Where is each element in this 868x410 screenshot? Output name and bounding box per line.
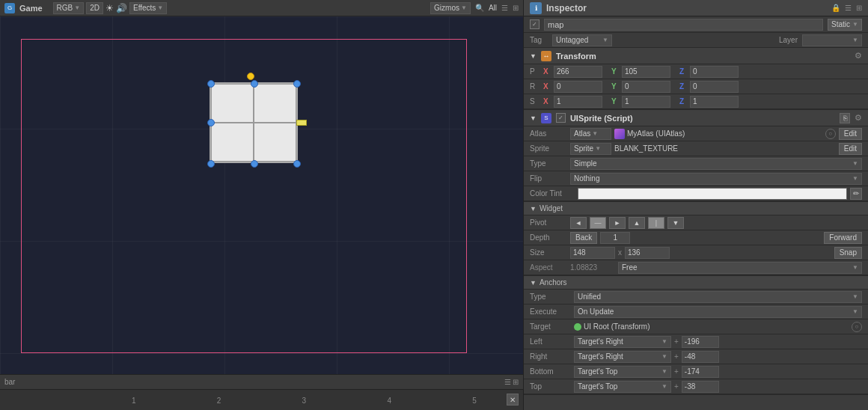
back-btn[interactable]: Back (570, 232, 597, 244)
top-anchor-dropdown[interactable]: Target's Top ▼ (574, 381, 671, 393)
panel-expand-btn[interactable]: ⊞ (856, 4, 862, 12)
scale-z-input[interactable] (690, 96, 739, 108)
sun-icon: ☀ (106, 3, 114, 13)
color-picker-btn[interactable]: ✏ (850, 188, 862, 200)
tag-dropdown[interactable]: Untagged ▼ (552, 34, 612, 46)
bottom-anchor-dropdown[interactable]: Target's Top ▼ (574, 366, 671, 378)
pos-y-input[interactable] (622, 66, 670, 78)
search-icon: 🔍 (475, 4, 484, 12)
ui-sprite-settings-icon[interactable]: ⚙ (855, 113, 862, 123)
effects-dropdown[interactable]: Effects ▼ (129, 2, 167, 14)
pivot-down-btn[interactable]: ▼ (667, 217, 684, 229)
handle-tl[interactable] (207, 80, 215, 88)
object-active-checkbox[interactable]: ✓ (530, 19, 540, 29)
atlas-label: Atlas (530, 129, 567, 138)
left-offset-input[interactable] (682, 336, 719, 348)
pos-z-input[interactable] (690, 66, 739, 78)
handle-ml[interactable] (207, 119, 215, 126)
transform-header[interactable]: ▼ ↔ Transform ⚙ (524, 48, 868, 64)
pivot-left-btn[interactable]: ◄ (570, 217, 587, 229)
pivot-right-btn[interactable]: ► (609, 217, 626, 229)
pivot-center-btn[interactable]: — (590, 217, 606, 229)
ui-sprite-copy-icon[interactable]: ⎘ (840, 113, 850, 123)
position-row: P X Y Z (524, 64, 868, 79)
handle-bl[interactable] (207, 160, 215, 168)
top-row: Top Target's Top ▼ + (524, 379, 868, 394)
scale-x-input[interactable] (554, 96, 602, 108)
pivot-up-btn[interactable]: ▲ (629, 217, 645, 229)
rgb-dropdown[interactable]: RGB ▼ (53, 2, 85, 14)
atlas-edit-btn[interactable]: Edit (839, 128, 862, 140)
aspect-dropdown[interactable]: Free ▼ (618, 262, 862, 274)
object-name-input[interactable]: map (544, 19, 823, 31)
close-icon[interactable]: ✕ (507, 394, 519, 406)
top-offset-input[interactable] (682, 381, 719, 393)
atlas-row: Atlas Atlas ▼ MyAtlas (UIAtlas) ○ Edit (524, 126, 868, 141)
execute-label: Execute (530, 308, 571, 316)
size-row: Size x Snap (524, 245, 868, 260)
timeline-menu-icon[interactable]: ☰ (504, 378, 511, 386)
left-row: Left Target's Right ▼ + (524, 334, 868, 349)
atlas-value-field[interactable]: MyAtlas (UIAtlas) (614, 129, 822, 139)
ui-sprite-checkbox[interactable]: ✓ (556, 113, 566, 123)
handle-tm[interactable] (251, 80, 258, 88)
layer-dropdown[interactable]: ▼ (802, 34, 862, 46)
left-anchor-dropdown[interactable]: Target's Right ▼ (574, 336, 671, 348)
game-canvas[interactable] (0, 16, 523, 374)
sprite-row: Sprite Sprite ▼ BLANK_TEXTURE Edit (524, 141, 868, 156)
transform-settings-icon[interactable]: ⚙ (855, 51, 862, 61)
gizmos-dropdown[interactable]: Gizmos ▼ (430, 2, 471, 14)
handle-br[interactable] (293, 160, 301, 168)
sprite-edit-btn[interactable]: Edit (839, 143, 862, 155)
panel-menu-icon[interactable]: ☰ (501, 4, 508, 12)
timeline-expand-icon[interactable]: ⊞ (513, 378, 519, 386)
type-dropdown[interactable]: Simple ▼ (570, 158, 862, 170)
panel-menu-btn[interactable]: ☰ (845, 4, 852, 12)
ui-sprite-header[interactable]: ▼ S ✓ UISprite (Script) ⎘ ⚙ (524, 110, 868, 126)
handle-bm[interactable] (251, 160, 258, 168)
ruler-mark-2: 2 (177, 397, 262, 405)
scale-y-input[interactable] (622, 96, 670, 108)
snap-btn[interactable]: Snap (834, 247, 862, 259)
layer-label: Layer (779, 36, 798, 44)
anchors-section-label: ▼ Anchors (524, 276, 868, 290)
rot-x-input[interactable] (554, 81, 602, 93)
left-label: Left (530, 337, 571, 346)
pivot-vcenter-btn[interactable]: | (648, 217, 664, 229)
handle-tr[interactable] (293, 80, 301, 88)
anchors-type-dropdown[interactable]: Unified ▼ (574, 291, 862, 303)
atlas-circle-btn[interactable]: ○ (825, 129, 836, 139)
handle-top[interactable] (247, 73, 254, 80)
script-icon: S (541, 113, 551, 123)
execute-dropdown[interactable]: On Update ▼ (574, 306, 862, 318)
anchors-section: ▼ Anchors Type Unified ▼ Execute On Upda… (524, 276, 868, 395)
display-dropdown[interactable]: 2D (86, 2, 103, 14)
panel-expand-icon[interactable]: ⊞ (513, 4, 519, 12)
right-offset-input[interactable] (682, 351, 719, 363)
target-label: Target (530, 322, 571, 331)
static-dropdown[interactable]: Static ▼ (828, 19, 862, 31)
bottom-offset-input[interactable] (682, 366, 719, 378)
target-circle-btn[interactable]: ○ (852, 322, 862, 332)
flip-dropdown[interactable]: Nothing ▼ (570, 173, 862, 185)
sprite-dropdown[interactable]: Sprite ▼ (570, 143, 611, 155)
forward-btn[interactable]: Forward (824, 232, 862, 244)
target-field[interactable]: UI Root (Transform) (574, 322, 849, 331)
handle-mr[interactable] (296, 120, 307, 126)
audio-icon: 🔊 (116, 3, 127, 13)
color-tint-row: Color Tint ✏ (524, 186, 868, 201)
rot-y-input[interactable] (622, 81, 670, 93)
panel-lock-icon[interactable]: 🔒 (831, 4, 840, 12)
rot-z-input[interactable] (690, 81, 739, 93)
sprite-box[interactable] (210, 82, 298, 163)
depth-value-input[interactable] (600, 232, 630, 244)
size-w-input[interactable] (570, 247, 615, 259)
pos-x-input[interactable] (554, 66, 602, 78)
size-h-input[interactable] (625, 247, 670, 259)
object-name-row: ✓ map Static ▼ (524, 16, 868, 33)
inspector-title: Inspector (546, 3, 827, 13)
atlas-dropdown[interactable]: Atlas ▼ (570, 128, 611, 140)
right-anchor-dropdown[interactable]: Target's Right ▼ (574, 351, 671, 363)
ruler-mark-4: 4 (346, 397, 432, 405)
color-swatch[interactable] (578, 188, 847, 200)
